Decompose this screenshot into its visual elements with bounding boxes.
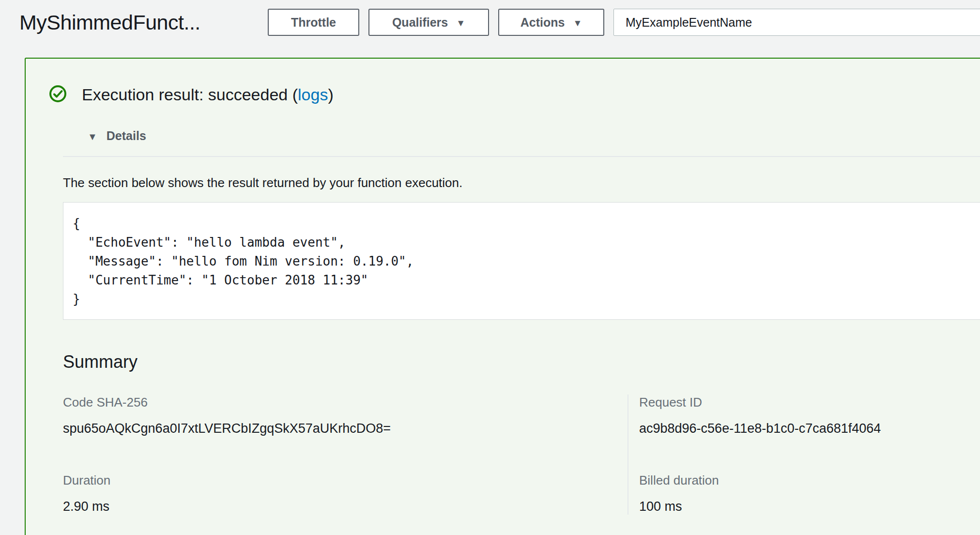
qualifiers-button-label: Qualifiers xyxy=(392,16,448,30)
actions-button-label: Actions xyxy=(521,16,565,30)
throttle-button-label: Throttle xyxy=(291,16,336,30)
summary-field-request-id: Request ID ac9b8d96-c56e-11e8-b1c0-c7ca6… xyxy=(639,394,980,437)
result-output-box: { "EchoEvent": "hello lambda event", "Me… xyxy=(63,202,980,320)
test-event-select[interactable]: MyExampleEventName xyxy=(613,9,980,36)
field-value: 100 ms xyxy=(639,499,980,515)
field-label: Duration xyxy=(63,472,628,488)
field-value: 2.90 ms xyxy=(63,499,628,515)
field-label: Code SHA-256 xyxy=(63,394,628,410)
field-label: Billed duration xyxy=(639,472,980,488)
field-label: Request ID xyxy=(639,394,980,410)
caret-down-icon: ▼ xyxy=(456,18,465,28)
details-toggle-label: Details xyxy=(107,129,146,143)
heading-text-close: ) xyxy=(328,85,333,104)
actions-button[interactable]: Actions ▼ xyxy=(498,9,604,36)
details-toggle[interactable]: ▼ Details xyxy=(88,129,146,143)
summary-field-code-sha: Code SHA-256 spu65oAQkCgn6a0I7xtLVERCbIZ… xyxy=(63,394,628,437)
caret-down-icon: ▼ xyxy=(88,132,97,142)
result-output-json: { "EchoEvent": "hello lambda event", "Me… xyxy=(73,214,980,309)
test-event-selected-value: MyExampleEventName xyxy=(626,16,752,30)
throttle-button[interactable]: Throttle xyxy=(268,9,359,36)
function-name-title: MyShimmedFunct... xyxy=(19,11,259,34)
summary-column-left: Code SHA-256 spu65oAQkCgn6a0I7xtLVERCbIZ… xyxy=(63,394,628,515)
field-value: spu65oAQkCgn6a0I7xtLVERCbIZgqSkX57aUKrhc… xyxy=(63,421,628,437)
summary-grid: Code SHA-256 spu65oAQkCgn6a0I7xtLVERCbIZ… xyxy=(63,394,980,515)
summary-field-duration: Duration 2.90 ms xyxy=(63,472,628,515)
execution-result-header: Execution result: succeeded (logs) xyxy=(48,84,980,105)
field-value: ac9b8d96-c56e-11e8-b1c0-c7ca681f4064 xyxy=(639,421,980,437)
summary-column-right: Request ID ac9b8d96-c56e-11e8-b1c0-c7ca6… xyxy=(628,394,980,515)
qualifiers-button[interactable]: Qualifiers ▼ xyxy=(368,9,489,36)
summary-title: Summary xyxy=(63,352,980,372)
summary-field-billed-duration: Billed duration 100 ms xyxy=(639,472,980,515)
heading-text: Execution result: succeeded ( xyxy=(82,85,298,104)
function-header: MyShimmedFunct... Throttle Qualifiers ▼ … xyxy=(0,0,980,36)
execution-result-heading: Execution result: succeeded (logs) xyxy=(82,84,334,105)
result-description: The section below shows the result retur… xyxy=(63,174,980,191)
logs-link[interactable]: logs xyxy=(298,85,328,104)
section-divider xyxy=(63,156,980,157)
execution-result-panel: Execution result: succeeded (logs) ▼ Det… xyxy=(25,58,980,535)
success-check-icon xyxy=(48,84,67,103)
caret-down-icon: ▼ xyxy=(573,18,582,28)
